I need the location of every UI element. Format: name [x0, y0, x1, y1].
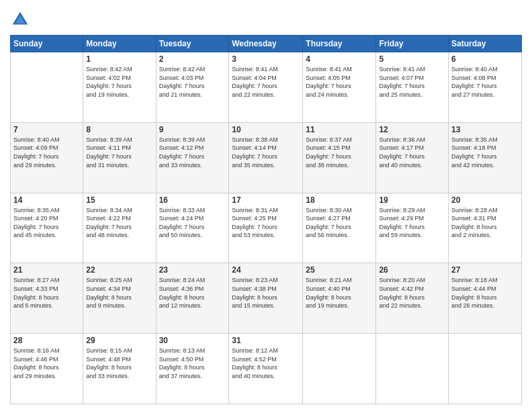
day-info: Sunrise: 8:35 AM Sunset: 4:20 PM Dayligh… [13, 206, 80, 240]
day-number: 15 [86, 195, 152, 205]
day-info: Sunrise: 8:12 AM Sunset: 4:52 PM Dayligh… [232, 347, 300, 380]
calendar-body: 1Sunrise: 8:42 AM Sunset: 4:02 PM Daylig… [11, 52, 522, 404]
weekday-header: Saturday [449, 36, 522, 52]
day-info: Sunrise: 8:27 AM Sunset: 4:33 PM Dayligh… [13, 276, 80, 310]
calendar-cell: 26Sunrise: 8:20 AM Sunset: 4:42 PM Dayli… [376, 263, 449, 334]
day-info: Sunrise: 8:41 AM Sunset: 4:07 PM Dayligh… [379, 65, 445, 99]
day-info: Sunrise: 8:39 AM Sunset: 4:11 PM Dayligh… [86, 136, 152, 169]
day-number: 18 [306, 195, 373, 205]
weekday-row: SundayMondayTuesdayWednesdayThursdayFrid… [11, 36, 522, 52]
day-number: 3 [232, 54, 300, 64]
day-info: Sunrise: 8:21 AM Sunset: 4:40 PM Dayligh… [306, 276, 373, 310]
day-number: 6 [451, 54, 519, 64]
calendar-cell: 6Sunrise: 8:40 AM Sunset: 4:08 PM Daylig… [449, 52, 522, 123]
logo-icon [10, 9, 30, 30]
calendar-cell: 14Sunrise: 8:35 AM Sunset: 4:20 PM Dayli… [11, 193, 83, 263]
day-info: Sunrise: 8:40 AM Sunset: 4:08 PM Dayligh… [451, 65, 519, 99]
day-number: 27 [451, 265, 519, 275]
day-info: Sunrise: 8:37 AM Sunset: 4:15 PM Dayligh… [306, 136, 373, 169]
calendar-cell [449, 334, 522, 404]
calendar-cell: 29Sunrise: 8:15 AM Sunset: 4:48 PM Dayli… [83, 334, 156, 404]
day-number: 21 [13, 265, 80, 275]
day-number: 25 [306, 265, 373, 275]
calendar-cell [376, 334, 449, 404]
weekday-header: Thursday [303, 36, 376, 52]
day-info: Sunrise: 8:42 AM Sunset: 4:03 PM Dayligh… [159, 65, 226, 99]
weekday-header: Monday [83, 36, 156, 52]
day-info: Sunrise: 8:13 AM Sunset: 4:50 PM Dayligh… [159, 347, 226, 380]
day-number: 23 [159, 265, 226, 275]
day-info: Sunrise: 8:31 AM Sunset: 4:25 PM Dayligh… [232, 206, 300, 240]
calendar-cell: 31Sunrise: 8:12 AM Sunset: 4:52 PM Dayli… [229, 334, 303, 404]
calendar-cell: 27Sunrise: 8:18 AM Sunset: 4:44 PM Dayli… [449, 263, 522, 334]
day-number: 4 [306, 54, 373, 64]
calendar-cell: 2Sunrise: 8:42 AM Sunset: 4:03 PM Daylig… [156, 52, 229, 123]
day-number: 9 [159, 125, 226, 134]
calendar-cell: 25Sunrise: 8:21 AM Sunset: 4:40 PM Dayli… [303, 263, 376, 334]
calendar-cell: 22Sunrise: 8:25 AM Sunset: 4:34 PM Dayli… [83, 263, 156, 334]
day-number: 20 [451, 195, 519, 205]
calendar-cell: 10Sunrise: 8:38 AM Sunset: 4:14 PM Dayli… [229, 122, 303, 193]
day-info: Sunrise: 8:15 AM Sunset: 4:48 PM Dayligh… [86, 347, 152, 380]
calendar-week: 14Sunrise: 8:35 AM Sunset: 4:20 PM Dayli… [11, 193, 522, 263]
calendar: SundayMondayTuesdayWednesdayThursdayFrid… [10, 35, 522, 404]
day-info: Sunrise: 8:33 AM Sunset: 4:24 PM Dayligh… [159, 206, 226, 240]
calendar-cell: 18Sunrise: 8:30 AM Sunset: 4:27 PM Dayli… [303, 193, 376, 263]
day-info: Sunrise: 8:36 AM Sunset: 4:17 PM Dayligh… [379, 136, 445, 169]
calendar-cell: 5Sunrise: 8:41 AM Sunset: 4:07 PM Daylig… [376, 52, 449, 123]
page: SundayMondayTuesdayWednesdayThursdayFrid… [0, 0, 532, 411]
calendar-week: 21Sunrise: 8:27 AM Sunset: 4:33 PM Dayli… [11, 263, 522, 334]
day-info: Sunrise: 8:29 AM Sunset: 4:29 PM Dayligh… [379, 206, 445, 240]
calendar-cell: 23Sunrise: 8:24 AM Sunset: 4:36 PM Dayli… [156, 263, 229, 334]
day-number: 14 [13, 195, 80, 205]
calendar-cell: 19Sunrise: 8:29 AM Sunset: 4:29 PM Dayli… [376, 193, 449, 263]
calendar-cell: 11Sunrise: 8:37 AM Sunset: 4:15 PM Dayli… [303, 122, 376, 193]
weekday-header: Sunday [11, 36, 83, 52]
header [10, 7, 522, 30]
day-number: 30 [159, 336, 226, 345]
calendar-cell: 30Sunrise: 8:13 AM Sunset: 4:50 PM Dayli… [156, 334, 229, 404]
calendar-cell: 9Sunrise: 8:39 AM Sunset: 4:12 PM Daylig… [156, 122, 229, 193]
day-info: Sunrise: 8:38 AM Sunset: 4:14 PM Dayligh… [232, 136, 300, 169]
calendar-cell [303, 334, 376, 404]
day-info: Sunrise: 8:35 AM Sunset: 4:18 PM Dayligh… [451, 136, 519, 169]
calendar-cell: 16Sunrise: 8:33 AM Sunset: 4:24 PM Dayli… [156, 193, 229, 263]
calendar-cell: 28Sunrise: 8:16 AM Sunset: 4:46 PM Dayli… [11, 334, 83, 404]
calendar-cell: 7Sunrise: 8:40 AM Sunset: 4:09 PM Daylig… [11, 122, 83, 193]
day-info: Sunrise: 8:39 AM Sunset: 4:12 PM Dayligh… [159, 136, 226, 169]
day-number: 12 [379, 125, 445, 134]
day-info: Sunrise: 8:34 AM Sunset: 4:22 PM Dayligh… [86, 206, 152, 240]
calendar-cell: 21Sunrise: 8:27 AM Sunset: 4:33 PM Dayli… [11, 263, 83, 334]
day-number: 17 [232, 195, 300, 205]
day-info: Sunrise: 8:18 AM Sunset: 4:44 PM Dayligh… [451, 276, 519, 310]
day-number: 31 [232, 336, 300, 345]
day-number: 28 [13, 336, 80, 345]
calendar-cell: 24Sunrise: 8:23 AM Sunset: 4:38 PM Dayli… [229, 263, 303, 334]
calendar-cell [11, 52, 83, 123]
calendar-cell: 12Sunrise: 8:36 AM Sunset: 4:17 PM Dayli… [376, 122, 449, 193]
day-number: 1 [86, 54, 152, 64]
calendar-cell: 20Sunrise: 8:28 AM Sunset: 4:31 PM Dayli… [449, 193, 522, 263]
day-number: 13 [451, 125, 519, 134]
day-info: Sunrise: 8:40 AM Sunset: 4:09 PM Dayligh… [13, 136, 80, 169]
day-number: 22 [86, 265, 152, 275]
day-info: Sunrise: 8:42 AM Sunset: 4:02 PM Dayligh… [86, 65, 152, 99]
day-info: Sunrise: 8:41 AM Sunset: 4:04 PM Dayligh… [232, 65, 300, 99]
calendar-week: 7Sunrise: 8:40 AM Sunset: 4:09 PM Daylig… [11, 122, 522, 193]
day-number: 26 [379, 265, 445, 275]
day-number: 10 [232, 125, 300, 134]
calendar-header: SundayMondayTuesdayWednesdayThursdayFrid… [11, 36, 522, 52]
calendar-cell: 17Sunrise: 8:31 AM Sunset: 4:25 PM Dayli… [229, 193, 303, 263]
day-number: 2 [159, 54, 226, 64]
day-info: Sunrise: 8:24 AM Sunset: 4:36 PM Dayligh… [159, 276, 226, 310]
day-number: 29 [86, 336, 152, 345]
weekday-header: Tuesday [156, 36, 229, 52]
calendar-week: 1Sunrise: 8:42 AM Sunset: 4:02 PM Daylig… [11, 52, 522, 123]
day-number: 7 [13, 125, 80, 134]
calendar-cell: 15Sunrise: 8:34 AM Sunset: 4:22 PM Dayli… [83, 193, 156, 263]
calendar-cell: 8Sunrise: 8:39 AM Sunset: 4:11 PM Daylig… [83, 122, 156, 193]
day-number: 16 [159, 195, 226, 205]
day-info: Sunrise: 8:16 AM Sunset: 4:46 PM Dayligh… [13, 347, 80, 380]
day-info: Sunrise: 8:23 AM Sunset: 4:38 PM Dayligh… [232, 276, 300, 310]
day-info: Sunrise: 8:25 AM Sunset: 4:34 PM Dayligh… [86, 276, 152, 310]
